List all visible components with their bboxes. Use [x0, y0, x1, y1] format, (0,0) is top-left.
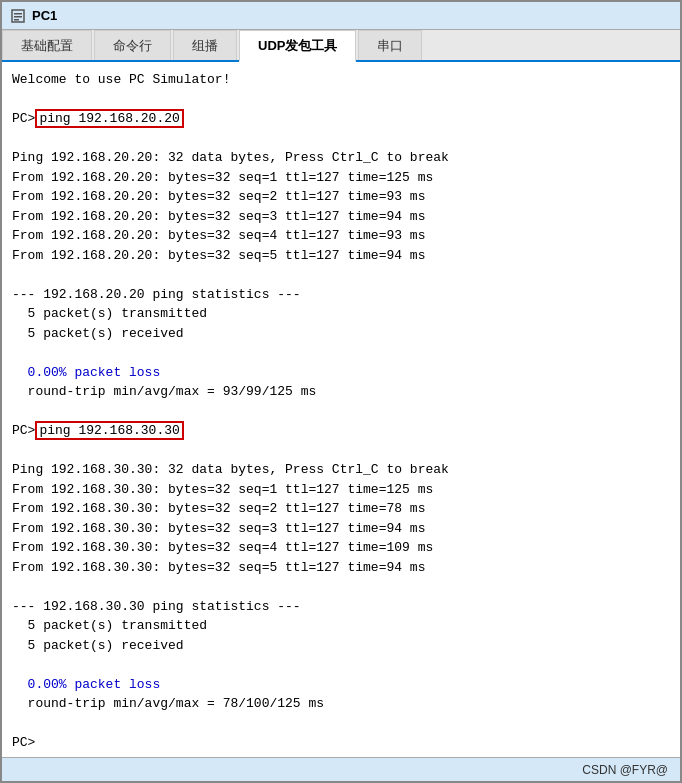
ping1-line5: From 192.168.20.20: bytes=32 seq=5 ttl=1… [12, 248, 425, 263]
terminal-content: Welcome to use PC Simulator! PC>ping 192… [12, 70, 670, 753]
stats1-line2: 5 packet(s) received [12, 326, 184, 341]
stats1-header: --- 192.168.20.20 ping statistics --- [12, 287, 301, 302]
ping1-line3: From 192.168.20.20: bytes=32 seq=3 ttl=1… [12, 209, 425, 224]
ping2-line1: From 192.168.30.30: bytes=32 seq=1 ttl=1… [12, 482, 433, 497]
welcome-text: Welcome to use PC Simulator! [12, 72, 230, 87]
window-title: PC1 [32, 8, 57, 23]
stats1-line1: 5 packet(s) transmitted [12, 306, 207, 321]
tab-multicast[interactable]: 组播 [173, 30, 237, 60]
tab-bar: 基础配置 命令行 组播 UDP发包工具 串口 [2, 30, 680, 62]
stats2-header: --- 192.168.30.30 ping statistics --- [12, 599, 301, 614]
window-icon [10, 8, 26, 24]
ping1-line1: From 192.168.20.20: bytes=32 seq=1 ttl=1… [12, 170, 433, 185]
tab-udp-tool[interactable]: UDP发包工具 [239, 30, 356, 62]
stats1-loss: 0.00% packet loss [12, 365, 160, 380]
main-window: PC1 基础配置 命令行 组播 UDP发包工具 串口 Welcome to us… [0, 0, 682, 783]
cmd2-box: ping 192.168.30.30 [35, 421, 183, 440]
title-bar: PC1 [2, 2, 680, 30]
prompt2: PC> [12, 423, 35, 438]
bottom-bar: CSDN @FYR@ [2, 757, 680, 781]
ping2-line4: From 192.168.30.30: bytes=32 seq=4 ttl=1… [12, 540, 433, 555]
ping1-line4: From 192.168.20.20: bytes=32 seq=4 ttl=1… [12, 228, 425, 243]
tab-command-line[interactable]: 命令行 [94, 30, 171, 60]
svg-rect-3 [14, 19, 19, 21]
stats2-loss: 0.00% packet loss [12, 677, 160, 692]
terminal-area: Welcome to use PC Simulator! PC>ping 192… [2, 62, 680, 757]
cmd1-box: ping 192.168.20.20 [35, 109, 183, 128]
ping2-line3: From 192.168.30.30: bytes=32 seq=3 ttl=1… [12, 521, 425, 536]
stats2-line1: 5 packet(s) transmitted [12, 618, 207, 633]
footer-text: CSDN @FYR@ [582, 763, 668, 777]
svg-rect-2 [14, 16, 22, 18]
svg-rect-1 [14, 13, 22, 15]
ping1-header: Ping 192.168.20.20: 32 data bytes, Press… [12, 150, 449, 165]
ping1-line2: From 192.168.20.20: bytes=32 seq=2 ttl=1… [12, 189, 425, 204]
prompt1: PC> [12, 111, 35, 126]
ping2-line5: From 192.168.30.30: bytes=32 seq=5 ttl=1… [12, 560, 425, 575]
tab-basic-config[interactable]: 基础配置 [2, 30, 92, 60]
stats2-line2: 5 packet(s) received [12, 638, 184, 653]
stats2-rtt: round-trip min/avg/max = 78/100/125 ms [12, 696, 324, 711]
ping2-line2: From 192.168.30.30: bytes=32 seq=2 ttl=1… [12, 501, 425, 516]
ping2-header: Ping 192.168.30.30: 32 data bytes, Press… [12, 462, 449, 477]
stats1-rtt: round-trip min/avg/max = 93/99/125 ms [12, 384, 316, 399]
tab-serial[interactable]: 串口 [358, 30, 422, 60]
final-prompt[interactable]: PC> [12, 735, 35, 750]
